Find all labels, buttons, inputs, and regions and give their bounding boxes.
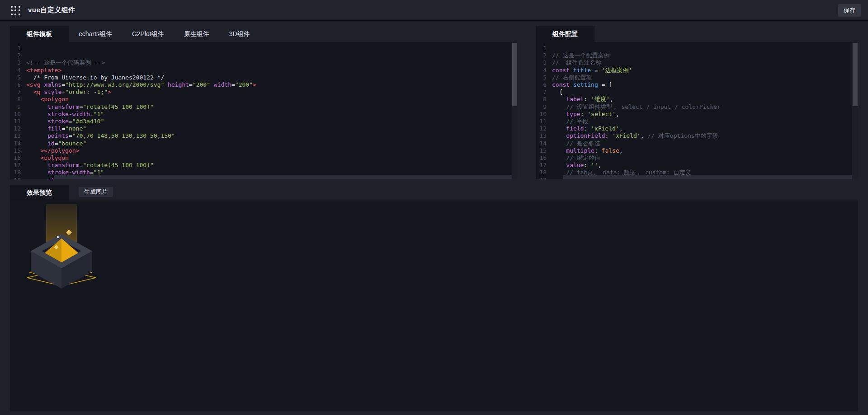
code-line: 3<!-- 这是一个代码案例 --> [10, 59, 518, 66]
code-line: 12 field: 'xField', [536, 125, 858, 132]
preview-tab-bar: 效果预览 生成图片 [10, 185, 113, 199]
code-line: 7 <g style="order: -1;"> [10, 89, 518, 96]
code-line: 15 ></polygon> [10, 147, 518, 154]
code-line: 6<svg xmlns="http://www.w3.org/2000/svg"… [10, 81, 518, 89]
code-line: 3// 组件备注名称 [536, 59, 858, 66]
code-line: 4<template> [10, 67, 518, 74]
code-line: 8 label: '维度', [536, 96, 858, 103]
template-tab-bar: 组件模板 echarts组件 G2Plot组件 原生组件 3D组件 [10, 26, 260, 42]
tab-g2plot[interactable]: G2Plot组件 [122, 26, 174, 42]
tab-effect-preview[interactable]: 效果预览 [10, 185, 69, 201]
config-code-area[interactable]: 12// 这是一个配置案例3// 组件备注名称4const title = '边… [536, 42, 858, 179]
code-line: 15 multiple: false, [536, 147, 858, 154]
top-bar: vue自定义组件 保存 [0, 0, 868, 21]
code-line: 16 // 绑定的值 [536, 154, 858, 162]
config-code-editor[interactable]: 12// 这是一个配置案例3// 组件备注名称4const title = '边… [536, 42, 858, 179]
template-code-editor[interactable]: 123<!-- 这是一个代码案例 -->4<template>5 /* From… [10, 42, 518, 179]
config-editor-hscrollbar[interactable] [563, 175, 852, 179]
code-line: 10 type: 'select', [536, 111, 858, 118]
config-editor-vscrollbar-thumb[interactable] [853, 43, 858, 106]
template-editor-vscrollbar-thumb[interactable] [512, 43, 517, 106]
preview-area [10, 201, 858, 411]
code-line: 4const title = '边框案例' [536, 67, 858, 74]
code-line: 17 value: '', [536, 162, 858, 169]
code-line: 14 // 是否多选 [536, 140, 858, 147]
generate-image-button[interactable]: 生成图片 [79, 187, 113, 197]
tab-echarts[interactable]: echarts组件 [69, 26, 122, 42]
config-tab-bar: 组件配置 [536, 26, 594, 42]
sparkle-white-dot [57, 236, 59, 238]
save-button[interactable]: 保存 [838, 4, 861, 17]
code-line: 7 { [536, 89, 858, 96]
code-line: 5 /* From Uiverse.io by Juanes200122 */ [10, 74, 518, 81]
tab-native[interactable]: 原生组件 [174, 26, 219, 42]
tab-component-template[interactable]: 组件模板 [10, 26, 69, 42]
template-editor-hscrollbar[interactable] [54, 175, 512, 179]
tab-3d[interactable]: 3D组件 [219, 26, 260, 42]
code-line: 6const setting = [ [536, 81, 858, 89]
code-line: 11 stroke="#d3a410" [10, 118, 518, 125]
code-line: 17 transform="rotate(45 100 100)" [10, 162, 518, 169]
code-line: 9 transform="rotate(45 100 100)" [10, 103, 518, 111]
code-line: 8 <polygon [10, 96, 518, 103]
code-line: 2 [10, 52, 518, 59]
code-line: 16 <polygon [10, 154, 518, 162]
code-line: 1 [536, 45, 858, 52]
app-title: vue自定义组件 [28, 6, 75, 14]
code-line: 1 [10, 45, 518, 52]
template-editor-vscrollbar-track [512, 42, 518, 179]
code-line: 5// 右侧配置项 [536, 74, 858, 81]
preview-graphic [22, 202, 101, 298]
code-line: 13 points="70,70 148,50 130,130 50,150" [10, 132, 518, 140]
code-line: 13 optionField: 'xField', // 对应options中的… [536, 132, 858, 140]
code-line: 11 // 字段 [536, 118, 858, 125]
code-line: 12 fill="none" [10, 125, 518, 132]
code-line: 10 stroke-width="1" [10, 111, 518, 118]
template-code-area[interactable]: 123<!-- 这是一个代码案例 -->4<template>5 /* From… [10, 42, 518, 179]
tab-component-config[interactable]: 组件配置 [536, 26, 594, 42]
config-editor-vscrollbar-track [852, 42, 858, 179]
apps-grid-icon[interactable] [11, 6, 21, 16]
code-line: 9 // 设置组件类型， select / input / colorPicke… [536, 103, 858, 111]
code-line: 2// 这是一个配置案例 [536, 52, 858, 59]
code-line: 14 id="bounce" [10, 140, 518, 147]
